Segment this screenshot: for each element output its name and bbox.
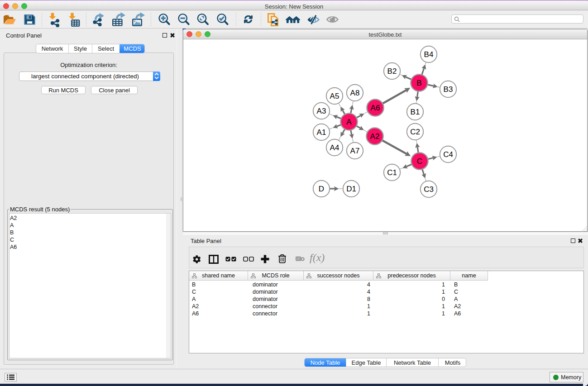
- svg-text:C2: C2: [410, 128, 420, 136]
- svg-text:A7: A7: [350, 147, 360, 155]
- svg-text:C3: C3: [424, 185, 434, 194]
- svg-text:B2: B2: [387, 67, 397, 76]
- svg-text:A1: A1: [317, 128, 326, 137]
- svg-text:A3: A3: [317, 107, 326, 115]
- svg-text:A2: A2: [370, 132, 380, 141]
- svg-text:A6: A6: [371, 104, 380, 112]
- svg-text:C: C: [417, 157, 422, 166]
- svg-text:C1: C1: [387, 168, 397, 177]
- svg-text:D1: D1: [346, 185, 356, 193]
- svg-text:C4: C4: [443, 150, 453, 159]
- svg-text:A4: A4: [330, 143, 339, 152]
- svg-text:B1: B1: [411, 108, 420, 116]
- svg-text:B: B: [416, 79, 421, 87]
- svg-text:A: A: [346, 118, 352, 126]
- svg-text:B4: B4: [424, 50, 434, 59]
- svg-text:D: D: [319, 185, 324, 193]
- svg-text:A8: A8: [350, 89, 360, 97]
- svg-text:B3: B3: [444, 85, 453, 94]
- svg-text:A5: A5: [330, 92, 339, 100]
